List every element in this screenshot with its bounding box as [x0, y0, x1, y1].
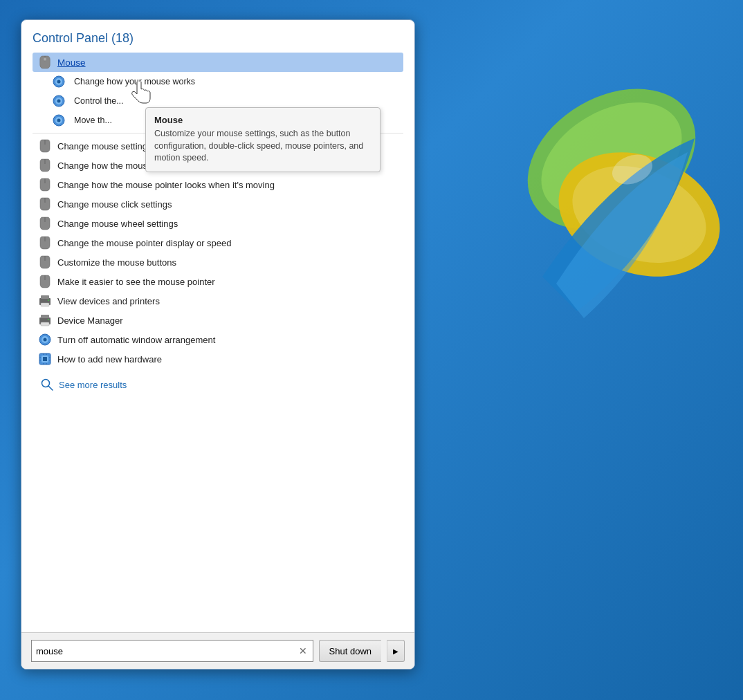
svg-rect-26	[41, 303, 49, 306]
result-label-turn-off-arrangement: Turn off automatic window arrangement	[57, 335, 215, 345]
shutdown-arrow-button[interactable]: ▶	[387, 640, 405, 662]
result-item-wheel-settings[interactable]: Change mouse wheel settings	[33, 214, 403, 233]
result-label-easier-see: Make it easier to see the mouse pointer	[57, 277, 215, 287]
mouse-icon-6	[38, 217, 52, 230]
svg-rect-27	[48, 300, 49, 301]
svg-point-6	[44, 57, 46, 61]
see-more-text: See more results	[59, 380, 127, 390]
result-item-change-how[interactable]: Change how your mouse works	[33, 72, 403, 91]
search-box[interactable]: ✕	[31, 640, 313, 662]
svg-point-34	[44, 338, 47, 342]
printer-icon-1	[38, 294, 52, 308]
bottom-bar: ✕ Shut down ▶	[21, 632, 414, 669]
mouse-icon-4	[38, 178, 52, 192]
gear-icon-4	[38, 333, 52, 347]
result-item-easier-see[interactable]: Make it easier to see the mouse pointer	[33, 272, 403, 291]
tooltip-description: Customize your mouse settings, such as t…	[154, 128, 372, 165]
mouse-icon-5	[38, 197, 52, 211]
mouse-icon-7	[38, 236, 52, 250]
svg-rect-25	[41, 295, 49, 299]
result-label-change-settings: Change mouse settings	[57, 141, 152, 151]
svg-point-15	[57, 119, 61, 122]
shutdown-button[interactable]: Shut down	[319, 640, 381, 662]
result-label-wheel-settings: Change mouse wheel settings	[57, 219, 178, 229]
see-more-results[interactable]: See more results	[33, 373, 403, 396]
shutdown-arrow-icon: ▶	[393, 647, 398, 655]
clear-search-button[interactable]: ✕	[297, 645, 309, 656]
hardware-icon	[38, 352, 52, 366]
result-item-click-settings[interactable]: Change mouse click settings	[33, 194, 403, 214]
mouse-icon-8	[38, 255, 52, 269]
gear-icon-2	[52, 94, 66, 108]
mouse-icon-9	[38, 275, 52, 288]
gear-icon-1	[52, 75, 66, 89]
result-item-turn-off-arrangement[interactable]: Turn off automatic window arrangement	[33, 330, 403, 349]
result-item-mouse[interactable]: Mouse	[33, 53, 403, 72]
result-label-display-speed: Change the mouse pointer display or spee…	[57, 238, 232, 248]
svg-rect-31	[48, 319, 49, 320]
result-item-customize-buttons[interactable]: Customize the mouse buttons	[33, 252, 403, 272]
result-label-control: Control the...	[71, 96, 124, 106]
result-item-display-speed[interactable]: Change the mouse pointer display or spee…	[33, 233, 403, 252]
mouse-icon-3	[38, 158, 52, 172]
search-icon	[41, 378, 53, 391]
tooltip-title: Mouse	[154, 115, 372, 125]
search-input[interactable]	[36, 646, 297, 656]
mouse-icon	[38, 55, 52, 69]
result-label-device-manager: Device Manager	[57, 315, 123, 326]
mouse-icon-2	[38, 139, 52, 153]
result-label-click-settings: Change mouse click settings	[57, 199, 172, 210]
svg-rect-37	[43, 357, 47, 361]
results-list: Mouse Change how your mouse works	[33, 53, 403, 369]
mouse-tooltip: Mouse Customize your mouse settings, suc…	[145, 107, 380, 172]
gear-icon-3	[52, 113, 66, 127]
result-item-device-manager[interactable]: Device Manager	[33, 311, 403, 330]
result-label-move: Move th...	[71, 116, 112, 125]
svg-rect-30	[41, 322, 49, 326]
result-label-add-hardware: How to add new hardware	[57, 354, 162, 365]
result-label-pointer-moving: Change how the mouse pointer looks when …	[57, 180, 275, 190]
result-label-customize-buttons: Customize the mouse buttons	[57, 257, 176, 268]
svg-point-12	[57, 100, 61, 103]
printer-icon-2	[38, 313, 52, 327]
result-item-pointer-moving[interactable]: Change how the mouse pointer looks when …	[33, 175, 403, 194]
panel-title: Control Panel (18)	[33, 31, 403, 46]
result-item-add-hardware[interactable]: How to add new hardware	[33, 349, 403, 369]
result-label-devices-printers: View devices and printers	[57, 296, 160, 306]
result-label-mouse[interactable]: Mouse	[57, 57, 86, 68]
result-item-devices-printers[interactable]: View devices and printers	[33, 291, 403, 311]
windows-logo	[473, 35, 722, 380]
svg-line-39	[48, 386, 53, 390]
svg-rect-29	[41, 315, 49, 318]
result-label-change-how: Change how your mouse works	[71, 77, 195, 86]
svg-point-9	[57, 80, 61, 84]
